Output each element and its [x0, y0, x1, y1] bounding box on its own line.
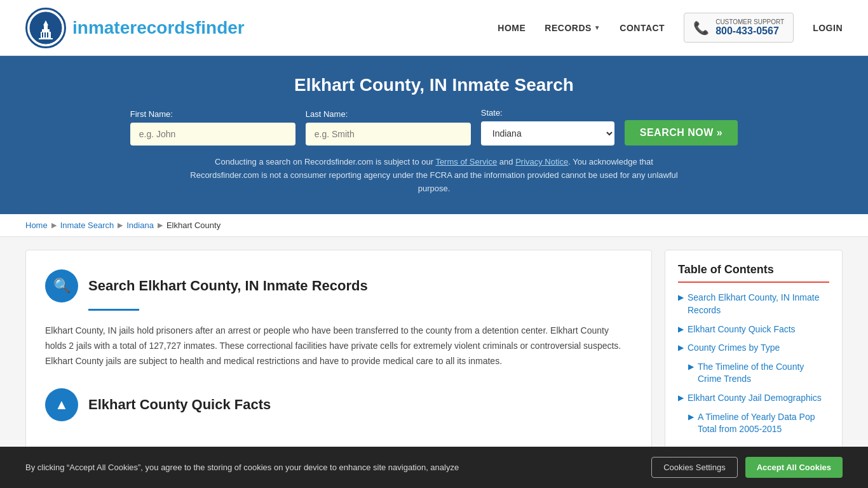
toc-arrow-6: ▶: [688, 412, 694, 421]
toc-link-6[interactable]: A Timeline of Yearly Data Pop Total from…: [698, 411, 829, 436]
breadcrumb-current: Elkhart County: [166, 220, 220, 230]
toc-item-4: ▶ The Timeline of the County Crime Trend…: [678, 361, 829, 386]
toc-arrow-2: ▶: [678, 325, 684, 334]
toc-list: ▶ Search Elkhart County, IN Inmate Recor…: [678, 292, 829, 435]
logo-part2: finder: [195, 18, 245, 37]
first-name-label: First Name:: [130, 109, 173, 119]
search-icon: 🔍: [53, 278, 71, 294]
support-label: CUSTOMER SUPPORT: [715, 18, 784, 25]
tos-link[interactable]: Terms of Service: [435, 157, 497, 166]
cookie-banner: By clicking “Accept All Cookies”, you ag…: [0, 447, 868, 468]
cookie-buttons: Cookies Settings Accept All Cookies: [651, 457, 843, 468]
search-button[interactable]: SEARCH NOW »: [625, 120, 738, 146]
search-form: First Name: Last Name: State: Indiana Al…: [25, 108, 843, 146]
svg-rect-7: [44, 32, 46, 37]
breadcrumb: Home ▶ Inmate Search ▶ Indiana ▶ Elkhart…: [0, 214, 868, 237]
toc-item-1: ▶ Search Elkhart County, IN Inmate Recor…: [678, 292, 829, 316]
cookie-settings-button[interactable]: Cookies Settings: [651, 457, 738, 468]
breadcrumb-inmate-search[interactable]: Inmate Search: [60, 220, 114, 230]
last-name-label: Last Name:: [306, 109, 348, 119]
alert-icon: ▲: [55, 396, 69, 413]
state-group: State: Indiana Alabama Alaska Arizona Ca…: [481, 108, 614, 146]
section1-body: Elkhart County, IN jails hold prisoners …: [45, 323, 632, 369]
breadcrumb-sep-1: ▶: [51, 221, 57, 229]
disclaimer-text: Conducting a search on Recordsfinder.com…: [186, 156, 682, 195]
toc-link-3[interactable]: County Crimes by Type: [688, 342, 780, 355]
section1-title: Search Elkhart County, IN Inmate Records: [88, 278, 368, 294]
toc-item-3: ▶ County Crimes by Type: [678, 342, 829, 355]
section2-title: Elkhart County Quick Facts: [88, 396, 271, 413]
breadcrumb-sep-3: ▶: [158, 221, 163, 229]
svg-rect-5: [39, 38, 53, 39]
section1-underline: [88, 309, 139, 311]
nav-contact[interactable]: CONTACT: [620, 23, 665, 33]
toc-box: Table of Contents ▶ Search Elkhart Count…: [665, 250, 843, 455]
svg-rect-8: [47, 32, 48, 37]
last-name-group: Last Name:: [306, 109, 471, 146]
toc-arrow-4: ▶: [688, 362, 694, 371]
last-name-input[interactable]: [306, 123, 471, 146]
first-name-group: First Name:: [130, 109, 295, 146]
breadcrumb-home[interactable]: Home: [25, 220, 48, 230]
section2-header: ▲ Elkhart County Quick Facts: [45, 388, 632, 421]
content-left: 🔍 Search Elkhart County, IN Inmate Recor…: [25, 250, 652, 455]
support-number: 800-433-0567: [715, 25, 784, 37]
page-title: Elkhart County, IN Inmate Search: [25, 75, 843, 95]
logo-area: inmaterecordsfinder: [25, 8, 245, 48]
main-nav: HOME RECORDS ▼ CONTACT 📞 CUSTOMER SUPPOR…: [498, 13, 843, 43]
main-content: 🔍 Search Elkhart County, IN Inmate Recor…: [0, 237, 868, 468]
nav-records[interactable]: RECORDS ▼: [545, 23, 600, 33]
breadcrumb-sep-2: ▶: [118, 221, 123, 229]
nav-home[interactable]: HOME: [498, 23, 526, 33]
support-text: CUSTOMER SUPPORT 800-433-0567: [715, 18, 784, 37]
logo-icon: [25, 8, 66, 48]
search-icon-circle: 🔍: [45, 269, 78, 302]
svg-rect-6: [42, 32, 43, 37]
toc-item-5: ▶ Elkhart County Jail Demographics: [678, 392, 829, 405]
logo-text: inmaterecordsfinder: [72, 18, 245, 38]
support-box: 📞 CUSTOMER SUPPORT 800-433-0567: [684, 13, 794, 43]
svg-rect-3: [44, 25, 48, 30]
chevron-down-icon: ▼: [594, 24, 600, 31]
state-label: State:: [481, 108, 503, 118]
toc-link-2[interactable]: Elkhart County Quick Facts: [688, 323, 796, 336]
breadcrumb-indiana[interactable]: Indiana: [126, 220, 154, 230]
quick-facts-icon-circle: ▲: [45, 388, 78, 421]
toc-link-5[interactable]: Elkhart County Jail Demographics: [688, 392, 822, 405]
nav-records-label: RECORDS: [545, 23, 592, 33]
phone-icon: 📞: [693, 20, 709, 36]
toc-arrow-5: ▶: [678, 393, 684, 402]
toc-item-2: ▶ Elkhart County Quick Facts: [678, 323, 829, 336]
logo-part1: inmaterecords: [72, 18, 195, 37]
privacy-link[interactable]: Privacy Notice: [515, 157, 568, 166]
section2-wrapper: ▲ Elkhart County Quick Facts: [45, 388, 632, 421]
toc-title: Table of Contents: [678, 263, 829, 276]
state-select[interactable]: Indiana Alabama Alaska Arizona Californi…: [481, 121, 614, 146]
header: inmaterecordsfinder HOME RECORDS ▼ CONTA…: [0, 0, 868, 56]
toc-divider: [678, 281, 829, 283]
section1-header: 🔍 Search Elkhart County, IN Inmate Recor…: [45, 269, 632, 302]
toc-arrow-3: ▶: [678, 343, 684, 352]
cookie-text: By clicking “Accept All Cookies”, you ag…: [25, 461, 459, 468]
toc-arrow-1: ▶: [678, 293, 684, 302]
toc-item-6: ▶ A Timeline of Yearly Data Pop Total fr…: [678, 411, 829, 436]
toc-link-1[interactable]: Search Elkhart County, IN Inmate Records: [688, 292, 829, 316]
login-button[interactable]: LOGIN: [813, 23, 843, 33]
sidebar: Table of Contents ▶ Search Elkhart Count…: [665, 250, 843, 455]
first-name-input[interactable]: [130, 123, 295, 146]
cookie-accept-button[interactable]: Accept All Cookies: [745, 457, 843, 468]
toc-link-4[interactable]: The Timeline of the County Crime Trends: [698, 361, 829, 386]
hero-section: Elkhart County, IN Inmate Search First N…: [0, 56, 868, 214]
